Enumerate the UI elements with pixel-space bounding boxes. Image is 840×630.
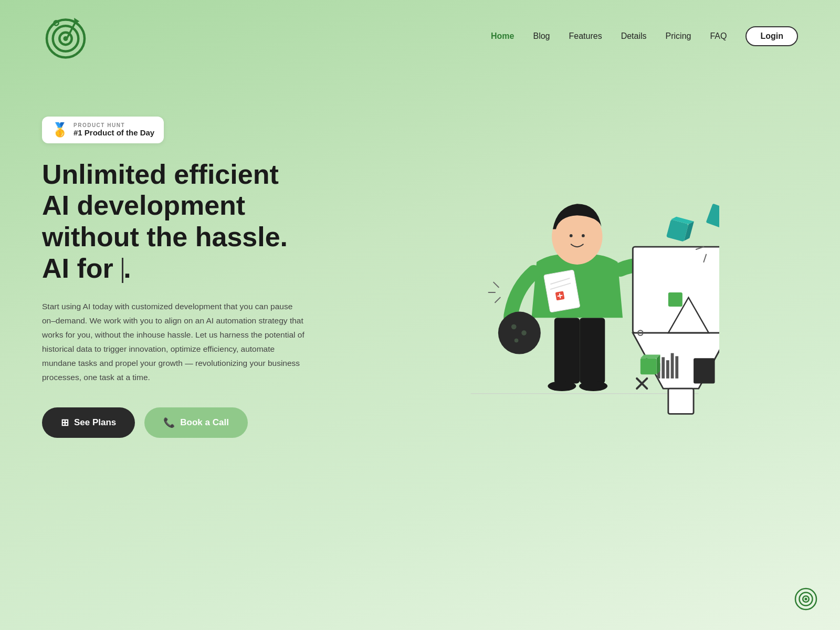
hero-headline: Unlimited efficient AI development witho… (42, 159, 336, 285)
phone-icon: 📞 (163, 417, 175, 428)
svg-rect-46 (694, 358, 715, 383)
plans-icon: ⊞ (61, 417, 69, 428)
ph-title: #1 Product of the Day (74, 128, 154, 137)
svg-point-15 (582, 234, 585, 237)
nav-details[interactable]: Details (621, 32, 647, 40)
hero-buttons: ⊞ See Plans 📞 Book a Call (42, 407, 336, 438)
nav-faq[interactable]: FAQ (710, 32, 727, 40)
medal-icon: 🥇 (51, 122, 68, 138)
svg-rect-9 (580, 318, 605, 383)
hero-left: 🥇 PRODUCT HUNT #1 Product of the Day Unl… (42, 117, 336, 438)
logo[interactable] (42, 13, 89, 60)
see-plans-button[interactable]: ⊞ See Plans (42, 407, 135, 438)
svg-rect-44 (671, 353, 674, 379)
hero-illustration (336, 135, 798, 419)
svg-line-36 (495, 298, 500, 303)
text-cursor (122, 258, 123, 283)
product-hunt-badge: 🥇 PRODUCT HUNT #1 Product of the Day (42, 117, 164, 143)
navbar: Home Blog Features Details Pricing FAQ L… (0, 0, 840, 72)
hero-section: 🥇 PRODUCT HUNT #1 Product of the Day Unl… (0, 72, 840, 503)
svg-rect-48 (640, 358, 657, 374)
svg-point-17 (511, 324, 517, 330)
ph-label: PRODUCT HUNT (74, 122, 154, 128)
svg-point-54 (805, 598, 807, 601)
nav-links: Home Blog Features Details Pricing FAQ L… (491, 26, 798, 46)
nav-pricing[interactable]: Pricing (666, 32, 691, 40)
book-call-button[interactable]: 📞 Book a Call (144, 407, 248, 438)
nav-home[interactable]: Home (491, 32, 514, 40)
svg-point-11 (579, 381, 607, 391)
hero-description: Start using AI today with customized dev… (42, 299, 304, 385)
svg-rect-8 (554, 318, 580, 383)
svg-rect-43 (666, 360, 669, 379)
login-button[interactable]: Login (746, 26, 798, 46)
svg-point-10 (548, 381, 576, 391)
svg-point-19 (514, 339, 519, 343)
svg-line-34 (494, 282, 499, 288)
svg-rect-27 (668, 388, 694, 414)
svg-point-14 (570, 234, 573, 237)
svg-rect-33 (706, 204, 719, 229)
nav-features[interactable]: Features (569, 32, 602, 40)
nav-blog[interactable]: Blog (533, 32, 550, 40)
svg-rect-42 (662, 357, 665, 379)
svg-rect-32 (668, 292, 682, 307)
bottom-logo (793, 586, 819, 614)
svg-rect-45 (675, 356, 678, 378)
svg-rect-20 (544, 270, 581, 312)
svg-point-18 (521, 330, 527, 335)
svg-point-16 (498, 312, 541, 354)
